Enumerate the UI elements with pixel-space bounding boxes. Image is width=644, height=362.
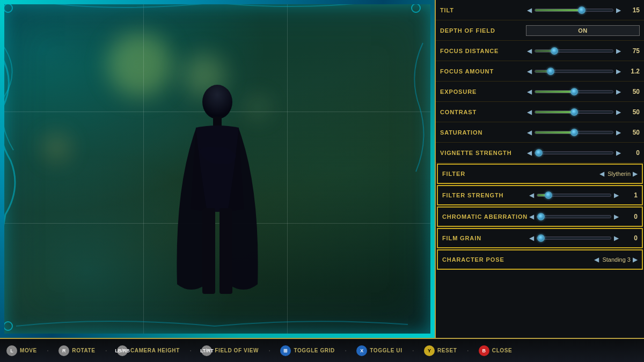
setting-label-saturation: SATURATION xyxy=(440,128,526,137)
bottom-label-toggle-grid: TOGGLE GRID xyxy=(294,348,334,353)
divider-7: · xyxy=(466,346,469,356)
slider-thumb-focus-amount[interactable] xyxy=(547,68,554,75)
slider-right-arrow-focus-amount[interactable]: ▶ xyxy=(615,68,622,75)
slider-thumb-contrast[interactable] xyxy=(570,108,578,116)
slider-left-arrow-focus-amount[interactable]: ◀ xyxy=(526,68,533,75)
setting-label-film-grain: FILM GRAIN xyxy=(442,234,528,242)
slider-left-arrow-focus-distance[interactable]: ◀ xyxy=(526,47,533,55)
svg-rect-2 xyxy=(202,208,215,294)
slider-right-arrow-exposure[interactable]: ▶ xyxy=(615,88,622,95)
bottom-action-toggle-grid[interactable]: ⊞TOGGLE GRID xyxy=(280,345,334,356)
bottom-action-move[interactable]: LMOVE xyxy=(6,345,37,356)
bokeh-3 xyxy=(43,134,70,161)
setting-row-contrast: CONTRAST◀▶50 xyxy=(436,102,644,122)
bottom-action-camera-height[interactable]: LB/RBCAMERA HEIGHT xyxy=(117,345,180,356)
select-right-arrow-filter[interactable]: ▶ xyxy=(633,170,638,178)
character-silhouette xyxy=(169,80,266,306)
slider-thumb-chromatic-aberration[interactable] xyxy=(537,213,545,220)
btn-icon-toggle-grid: ⊞ xyxy=(280,345,291,356)
slider-left-arrow-tilt[interactable]: ◀ xyxy=(526,6,533,14)
slider-track-saturation[interactable] xyxy=(535,131,613,134)
setting-label-character-pose: CHARACTER POSE xyxy=(442,255,528,264)
setting-row-focus-distance: FOCUS DISTANCE◀▶75 xyxy=(436,41,644,61)
slider-track-focus-distance[interactable] xyxy=(535,49,613,53)
btn-icon-toggle-ui: X xyxy=(356,345,367,356)
slider-left-arrow-film-grain[interactable]: ◀ xyxy=(528,234,535,242)
bottom-action-reset[interactable]: YRESET xyxy=(424,345,457,356)
bottom-action-close[interactable]: BCLOSE xyxy=(479,345,512,356)
setting-row-vignette-strength: VIGNETTE STRENGTH◀▶0 xyxy=(436,143,644,163)
slider-right-arrow-saturation[interactable]: ▶ xyxy=(615,129,622,136)
slider-right-arrow-tilt[interactable]: ▶ xyxy=(615,6,622,14)
slider-track-vignette-strength[interactable] xyxy=(535,151,613,154)
slider-left-arrow-exposure[interactable]: ◀ xyxy=(526,88,533,95)
slider-track-contrast[interactable] xyxy=(535,110,613,114)
select-control-character-pose: ◀Standing 3▶ xyxy=(528,256,638,263)
slider-container-saturation: ◀▶50 xyxy=(526,129,640,136)
setting-label-filter: FILTER xyxy=(442,169,528,178)
slider-right-arrow-contrast[interactable]: ▶ xyxy=(615,108,622,116)
select-value-character-pose: Standing 3 xyxy=(602,256,631,263)
slider-track-focus-amount[interactable] xyxy=(535,70,613,73)
slider-thumb-film-grain[interactable] xyxy=(537,234,545,242)
bottom-label-camera-height: CAMERA HEIGHT xyxy=(130,348,180,353)
slider-track-filter-strength[interactable] xyxy=(537,194,611,197)
slider-thumb-filter-strength[interactable] xyxy=(545,191,552,199)
setting-label-tilt: TILT xyxy=(440,6,526,14)
slider-thumb-vignette-strength[interactable] xyxy=(535,149,543,157)
select-left-arrow-character-pose[interactable]: ◀ xyxy=(593,256,600,263)
svg-point-4 xyxy=(4,4,12,12)
slider-value-contrast: 50 xyxy=(624,108,640,116)
setting-control-saturation: ◀▶50 xyxy=(526,129,640,136)
slider-right-arrow-film-grain[interactable]: ▶ xyxy=(613,234,620,242)
slider-left-arrow-contrast[interactable]: ◀ xyxy=(526,108,533,116)
svg-rect-3 xyxy=(219,208,232,294)
slider-container-chromatic-aberration: ◀▶0 xyxy=(528,213,638,220)
bottom-action-toggle-ui[interactable]: XTOGGLE UI xyxy=(356,345,402,356)
setting-control-contrast: ◀▶50 xyxy=(526,108,640,116)
slider-value-saturation: 50 xyxy=(624,129,640,136)
slider-left-arrow-chromatic-aberration[interactable]: ◀ xyxy=(528,213,535,220)
slider-right-arrow-focus-distance[interactable]: ▶ xyxy=(615,47,622,55)
slider-thumb-tilt[interactable] xyxy=(578,6,586,14)
select-control-filter: ◀Slytherin▶ xyxy=(528,170,638,178)
btn-icon-camera-height: LB/RB xyxy=(117,345,128,356)
setting-row-filter: FILTER◀Slytherin▶ xyxy=(437,164,643,184)
slider-value-film-grain: 0 xyxy=(621,234,638,242)
slider-left-arrow-filter-strength[interactable]: ◀ xyxy=(528,191,535,199)
slider-left-arrow-vignette-strength[interactable]: ◀ xyxy=(526,149,533,157)
slider-track-exposure[interactable] xyxy=(535,90,613,93)
setting-control-exposure: ◀▶50 xyxy=(526,88,640,95)
slider-container-contrast: ◀▶50 xyxy=(526,108,640,116)
slider-track-chromatic-aberration[interactable] xyxy=(537,215,611,218)
slider-value-filter-strength: 1 xyxy=(621,191,638,199)
bottom-label-reset: RESET xyxy=(437,348,457,353)
divider-4: · xyxy=(268,346,270,356)
bottom-label-rotate: ROTATE xyxy=(72,348,95,353)
bottom-action-rotate[interactable]: RROTATE xyxy=(58,345,95,356)
setting-control-filter: ◀Slytherin▶ xyxy=(528,170,638,178)
bottom-action-field-of-view[interactable]: LT/RTFIELD OF VIEW xyxy=(201,345,259,356)
setting-row-tilt: TILT◀▶15 xyxy=(436,0,644,20)
slider-value-chromatic-aberration: 0 xyxy=(621,213,638,220)
bottom-label-close: CLOSE xyxy=(492,348,512,353)
slider-right-arrow-chromatic-aberration[interactable]: ▶ xyxy=(613,213,620,220)
slider-track-film-grain[interactable] xyxy=(537,237,611,240)
slider-right-arrow-vignette-strength[interactable]: ▶ xyxy=(615,149,622,157)
slider-right-arrow-filter-strength[interactable]: ▶ xyxy=(613,191,620,199)
select-left-arrow-filter[interactable]: ◀ xyxy=(598,170,605,178)
btn-icon-move: L xyxy=(6,345,17,356)
slider-left-arrow-saturation[interactable]: ◀ xyxy=(526,129,533,136)
toggle-btn-depth-of-field[interactable]: ON xyxy=(526,25,640,36)
viewport xyxy=(0,0,435,338)
setting-control-depth-of-field: ON xyxy=(526,25,640,36)
divider-5: · xyxy=(345,346,347,356)
slider-track-tilt[interactable] xyxy=(535,9,613,12)
select-right-arrow-character-pose[interactable]: ▶ xyxy=(633,256,638,263)
slider-thumb-focus-distance[interactable] xyxy=(551,47,558,55)
setting-row-filter-strength: FILTER STRENGTH◀▶1 xyxy=(437,185,643,205)
slider-value-focus-amount: 1.2 xyxy=(624,68,640,75)
slider-thumb-exposure[interactable] xyxy=(570,88,578,95)
slider-thumb-saturation[interactable] xyxy=(570,129,578,136)
setting-row-film-grain: FILM GRAIN◀▶0 xyxy=(437,228,643,248)
